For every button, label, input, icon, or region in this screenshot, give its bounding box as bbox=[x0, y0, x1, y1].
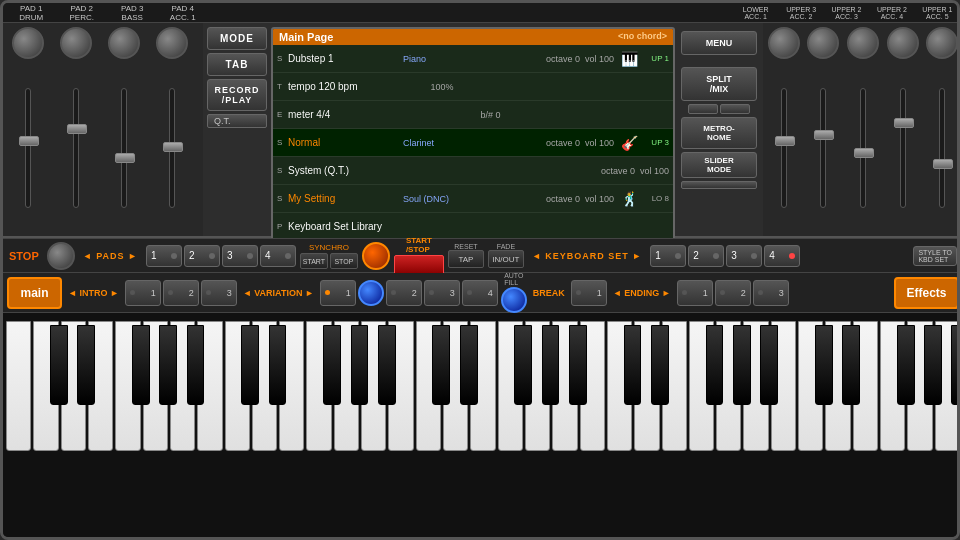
kbd-num-1[interactable]: 1 bbox=[650, 245, 686, 267]
display-row-2[interactable]: T tempo 120 bpm 100% bbox=[273, 73, 673, 101]
main-button[interactable]: main bbox=[7, 277, 62, 309]
intro-1[interactable]: 1 bbox=[125, 280, 161, 306]
upper-knob-4[interactable] bbox=[887, 27, 919, 59]
kbd-num-4[interactable]: 4 bbox=[764, 245, 800, 267]
display-row-4[interactable]: S Normal Clarinet octave 0 vol 100 🎸 UP … bbox=[273, 129, 673, 157]
tab-button[interactable]: TAB bbox=[207, 53, 267, 76]
pad-thumb-4[interactable] bbox=[163, 142, 183, 152]
style-to-button[interactable]: STYLE TOKBD SET bbox=[913, 246, 957, 266]
black-key-17[interactable] bbox=[651, 325, 669, 405]
upper-thumb-2[interactable] bbox=[814, 130, 834, 140]
black-key-3[interactable] bbox=[132, 325, 150, 405]
mode-button[interactable]: MODE bbox=[207, 27, 267, 50]
pad-knob-2[interactable] bbox=[60, 27, 92, 59]
fade-button[interactable]: IN/OUT bbox=[488, 250, 524, 268]
upper-knob-3[interactable] bbox=[847, 27, 879, 59]
black-key-21[interactable] bbox=[815, 325, 833, 405]
upper-knob-2[interactable] bbox=[807, 27, 839, 59]
break-1[interactable]: 1 bbox=[571, 280, 607, 306]
display-row-5[interactable]: S System (Q.T.) octave 0 vol 100 bbox=[273, 157, 673, 185]
pad-num-4[interactable]: 4 bbox=[260, 245, 296, 267]
black-key-23[interactable] bbox=[897, 325, 915, 405]
upper-track-1[interactable] bbox=[781, 88, 787, 208]
pad-track-3[interactable] bbox=[121, 88, 127, 208]
black-key-15[interactable] bbox=[569, 325, 587, 405]
metronome-button[interactable]: METRO-NOME bbox=[681, 117, 757, 149]
split-slider-1[interactable] bbox=[688, 104, 718, 114]
pad-num-1[interactable]: 1 bbox=[146, 245, 182, 267]
ending-2[interactable]: 2 bbox=[715, 280, 751, 306]
black-key-14[interactable] bbox=[542, 325, 560, 405]
intro-3[interactable]: 3 bbox=[201, 280, 237, 306]
qt-button[interactable]: Q.T. bbox=[207, 114, 267, 128]
pad-num-3[interactable]: 3 bbox=[222, 245, 258, 267]
reset-button[interactable]: TAP TEMPO bbox=[448, 250, 484, 268]
black-key-22[interactable] bbox=[842, 325, 860, 405]
black-key-10[interactable] bbox=[378, 325, 396, 405]
upper-track-2[interactable] bbox=[820, 88, 826, 208]
upper-thumb-4[interactable] bbox=[894, 118, 914, 128]
black-key-25[interactable] bbox=[951, 325, 960, 405]
ending-1[interactable]: 1 bbox=[677, 280, 713, 306]
upper-track-3[interactable] bbox=[860, 88, 866, 208]
record-button[interactable]: RECORD /PLAY bbox=[207, 79, 267, 111]
pad-track-2[interactable] bbox=[73, 88, 79, 208]
upper-track-5[interactable] bbox=[939, 88, 945, 208]
pad-track-4[interactable] bbox=[169, 88, 175, 208]
split-slider-2[interactable] bbox=[720, 104, 750, 114]
pad-num-2[interactable]: 2 bbox=[184, 245, 220, 267]
black-key-24[interactable] bbox=[924, 325, 942, 405]
pad-track-1[interactable] bbox=[25, 88, 31, 208]
slider-mode-button[interactable]: SLIDERMODE bbox=[681, 152, 757, 178]
start-stop-bar[interactable] bbox=[394, 255, 444, 275]
auto-fill-circle[interactable] bbox=[501, 287, 527, 313]
white-key-1[interactable] bbox=[6, 321, 31, 451]
upper-knob-5[interactable] bbox=[926, 27, 958, 59]
pad-thumb-1[interactable] bbox=[19, 136, 39, 146]
display-row-6[interactable]: S My Setting Soul (DNC) octave 0 vol 100… bbox=[273, 185, 673, 213]
effects-button[interactable]: Effects bbox=[894, 277, 959, 309]
display-row-1[interactable]: S Dubstep 1 Piano octave 0 vol 100 🎹 UP … bbox=[273, 45, 673, 73]
black-key-7[interactable] bbox=[269, 325, 287, 405]
upper-thumb-3[interactable] bbox=[854, 148, 874, 158]
synchro-stop-btn[interactable]: STOP bbox=[330, 253, 358, 269]
black-key-18[interactable] bbox=[706, 325, 724, 405]
kbd-num-3[interactable]: 3 bbox=[726, 245, 762, 267]
menu-button[interactable]: MENU bbox=[681, 31, 757, 55]
variation-1[interactable]: 1 bbox=[320, 280, 356, 306]
black-key-8[interactable] bbox=[323, 325, 341, 405]
black-key-9[interactable] bbox=[351, 325, 369, 405]
variation-circle[interactable] bbox=[358, 280, 384, 306]
synchro-circle[interactable] bbox=[362, 242, 390, 270]
intro-2[interactable]: 2 bbox=[163, 280, 199, 306]
pad-knob-4[interactable] bbox=[156, 27, 188, 59]
variation-4[interactable]: 4 bbox=[462, 280, 498, 306]
black-key-1[interactable] bbox=[50, 325, 68, 405]
kbd-num-2[interactable]: 2 bbox=[688, 245, 724, 267]
black-key-5[interactable] bbox=[187, 325, 205, 405]
ending-3[interactable]: 3 bbox=[753, 280, 789, 306]
slider-mode-bar[interactable] bbox=[681, 181, 757, 189]
upper-track-4[interactable] bbox=[900, 88, 906, 208]
black-key-13[interactable] bbox=[514, 325, 532, 405]
variation-3[interactable]: 3 bbox=[424, 280, 460, 306]
pad-thumb-2[interactable] bbox=[67, 124, 87, 134]
display-row-3[interactable]: E meter 4/4 b/# 0 bbox=[273, 101, 673, 129]
black-key-11[interactable] bbox=[432, 325, 450, 405]
stop-button[interactable] bbox=[47, 242, 75, 270]
display-row-7[interactable]: P Keyboard Set Library bbox=[273, 213, 673, 241]
pad-knob-1[interactable] bbox=[12, 27, 44, 59]
black-key-19[interactable] bbox=[733, 325, 751, 405]
pad-knob-3[interactable] bbox=[108, 27, 140, 59]
black-key-4[interactable] bbox=[159, 325, 177, 405]
pad-thumb-3[interactable] bbox=[115, 153, 135, 163]
black-key-16[interactable] bbox=[624, 325, 642, 405]
upper-knob-1[interactable] bbox=[768, 27, 800, 59]
black-key-12[interactable] bbox=[460, 325, 478, 405]
synchro-start-btn[interactable]: START bbox=[300, 253, 328, 269]
upper-thumb-1[interactable] bbox=[775, 136, 795, 146]
split-mix-button[interactable]: SPLIT/MIX bbox=[681, 67, 757, 101]
black-key-2[interactable] bbox=[77, 325, 95, 405]
black-key-20[interactable] bbox=[760, 325, 778, 405]
variation-2[interactable]: 2 bbox=[386, 280, 422, 306]
